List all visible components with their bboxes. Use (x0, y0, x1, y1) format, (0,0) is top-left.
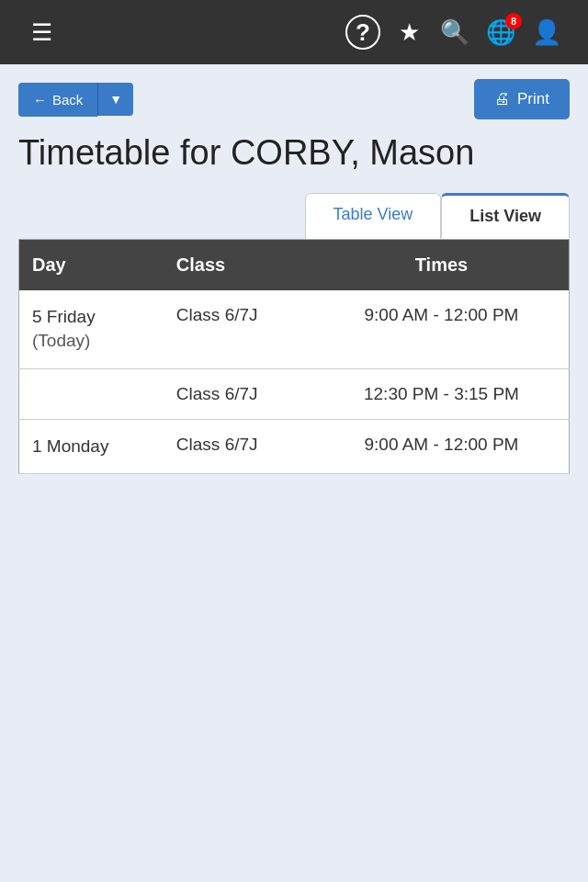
navbar: ☰ ? ★ 🔍 🌐 8 👤 (0, 0, 588, 64)
col-day: Day (19, 239, 164, 290)
row3-class: Class 6/7J (164, 419, 314, 474)
row3-day: 1 Monday (19, 419, 164, 474)
row1-day: 5 Friday (Today) (19, 290, 164, 369)
col-class: Class (164, 239, 314, 290)
back-button[interactable]: ← Back (18, 83, 97, 117)
table-row: Class 6/7J 12:30 PM - 3:15 PM (19, 368, 570, 419)
back-label: Back (52, 92, 83, 107)
back-arrow-icon: ← (33, 92, 47, 107)
search-icon[interactable]: 🔍 (432, 18, 478, 47)
tab-table-view[interactable]: Table View (305, 193, 442, 239)
table-header-row: Day Class Times (19, 239, 570, 290)
back-dropdown-button[interactable]: ▼ (97, 83, 133, 116)
notification-badge: 8 (505, 13, 522, 29)
page-title: Timetable for CORBY, Mason (18, 132, 570, 175)
row1-times: 9:00 AM - 12:00 PM (314, 290, 570, 369)
timetable: Day Class Times 5 Friday (Today) Class 6… (18, 239, 570, 475)
user-icon[interactable]: 👤 (524, 18, 570, 47)
favorites-icon[interactable]: ★ (386, 18, 432, 47)
row3-times: 9:00 AM - 12:00 PM (314, 419, 570, 474)
row2-class: Class 6/7J (164, 368, 314, 419)
dropdown-arrow-icon: ▼ (109, 92, 122, 107)
col-times: Times (314, 239, 570, 290)
print-button[interactable]: 🖨 Print (474, 79, 570, 119)
row2-times: 12:30 PM - 3:15 PM (314, 368, 570, 419)
view-tabs: Table View List View (18, 193, 570, 239)
print-icon: 🖨 (494, 90, 510, 108)
row1-class: Class 6/7J (164, 290, 314, 369)
menu-icon[interactable]: ☰ (18, 18, 64, 47)
tab-list-view[interactable]: List View (441, 193, 570, 239)
table-row: 5 Friday (Today) Class 6/7J 9:00 AM - 12… (19, 290, 570, 369)
notifications-icon[interactable]: 🌐 8 (478, 18, 524, 47)
print-label: Print (517, 90, 549, 108)
main-content: ← Back ▼ 🖨 Print Timetable for CORBY, Ma… (0, 64, 588, 492)
table-row: 1 Monday Class 6/7J 9:00 AM - 12:00 PM (19, 419, 570, 474)
row2-day (19, 368, 164, 419)
help-icon[interactable]: ? (345, 15, 380, 50)
action-row: ← Back ▼ 🖨 Print (18, 79, 570, 119)
